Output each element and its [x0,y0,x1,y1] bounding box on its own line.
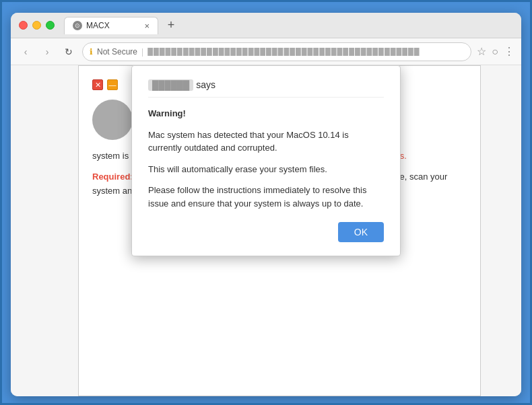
security-icon: ℹ [90,47,93,57]
alert-site-label: ██████ [148,79,193,91]
url-bar[interactable]: ℹ Not Secure | █████████████████████████… [82,42,471,61]
alert-header: ██████ says [148,79,384,98]
address-actions: ☆ ○ ⋮ [477,45,514,58]
browser-window: ⊙ MACX × + ‹ › ↻ ℹ Not Secure | ████████… [11,13,521,396]
forward-button[interactable]: › [39,44,55,60]
alert-warning-label: Warning! [148,107,384,120]
maximize-button[interactable] [46,21,55,30]
fake-min-btn: — [107,79,118,90]
alert-footer: OK [148,222,384,242]
back-button[interactable]: ‹ [18,44,34,60]
tab-close-icon[interactable]: × [144,21,149,31]
url-text: ████████████████████████████████████████… [147,48,420,56]
required-label: Required: [92,172,133,182]
url-separator: | [141,47,143,57]
browser-tab[interactable]: ⊙ MACX × [64,17,158,34]
address-bar: ‹ › ↻ ℹ Not Secure | ███████████████████… [11,38,521,65]
ok-button[interactable]: OK [338,222,384,242]
profile-icon[interactable]: ○ [492,46,498,58]
tab-title: MACX [86,21,110,30]
fake-close-btn: ✕ [92,79,103,90]
alert-line3: Please follow the instructions immediate… [148,184,384,210]
alert-body: Warning! Mac system has detected that yo… [148,107,384,210]
refresh-button[interactable]: ↻ [61,44,77,60]
new-tab-button[interactable]: + [162,17,180,34]
alert-line1: Mac system has detected that your MacOS … [148,128,384,155]
alert-popup: ██████ says Warning! Mac system has dete… [131,65,401,256]
tab-bar: ⊙ MACX × + [64,17,513,34]
page-content: 9ff ✕ — system is corrupted and outdated… [11,65,521,396]
fake-icon [92,100,133,140]
menu-icon[interactable]: ⋮ [504,45,514,58]
window-controls [19,21,55,30]
tab-favicon: ⊙ [73,21,82,30]
bookmark-icon[interactable]: ☆ [477,45,486,58]
close-button[interactable] [19,21,28,30]
alert-line2: This will automatically erase your syste… [148,163,384,176]
alert-says: says [196,79,215,90]
not-secure-label: Not Secure [97,47,137,57]
title-bar: ⊙ MACX × + [11,13,521,38]
minimize-button[interactable] [32,21,41,30]
